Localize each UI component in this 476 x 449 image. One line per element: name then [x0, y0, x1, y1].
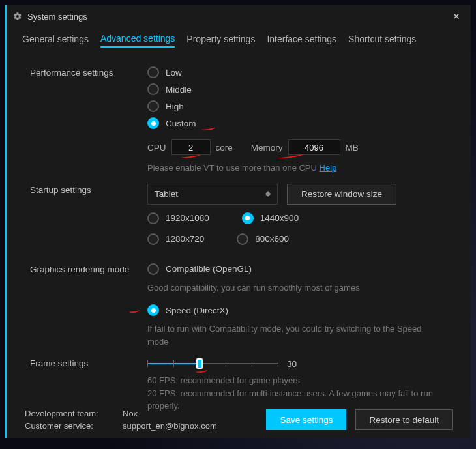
res-1920x1080[interactable]: 1920x1080: [147, 212, 209, 224]
section-startup: Startup settings Tablet Restore window s…: [30, 184, 453, 254]
res-1280x720[interactable]: 1280x720: [147, 233, 204, 245]
tab-property[interactable]: Property settings: [186, 31, 255, 47]
save-button[interactable]: Save settings: [266, 409, 346, 430]
startup-label: Startup settings: [30, 184, 147, 195]
tab-interface[interactable]: Interface settings: [267, 31, 336, 47]
close-button[interactable]: ✕: [449, 8, 464, 24]
frame-label: Frame settings: [30, 357, 147, 368]
cs-label: Customer service:: [25, 421, 123, 431]
memory-label: Memory: [251, 143, 283, 152]
res-800x600[interactable]: 800x600: [237, 233, 289, 245]
cpu-label: CPU: [147, 143, 166, 152]
section-performance: Performance settings Low Middle High Cus…: [30, 66, 453, 175]
fps-slider[interactable]: [147, 357, 278, 370]
graphics-label: Graphics rendering mode: [30, 263, 147, 274]
startup-mode-value: Tablet: [155, 189, 178, 199]
perf-radio-high[interactable]: High: [147, 100, 184, 112]
cpu-input[interactable]: [171, 139, 211, 155]
tabs: General settings Advanced settings Prope…: [7, 27, 471, 51]
graphics-compatible[interactable]: Compatible (OpenGL): [147, 263, 252, 275]
mb-label: MB: [346, 143, 359, 152]
fps-value: 30: [287, 359, 297, 369]
tab-general[interactable]: General settings: [22, 31, 89, 47]
perf-radio-custom[interactable]: Custom: [147, 117, 196, 129]
settings-window: System settings ✕ General settings Advan…: [5, 5, 471, 438]
dev-team-value: Nox: [123, 409, 254, 418]
tab-advanced[interactable]: Advanced settings: [100, 31, 175, 48]
fps-hint-60: 60 FPS: recommended for game players: [147, 374, 453, 387]
annotation-mark: [129, 308, 140, 313]
perf-radio-low[interactable]: Low: [147, 66, 182, 78]
res-1440x900[interactable]: 1440x900: [242, 212, 299, 224]
titlebar: System settings ✕: [7, 5, 471, 27]
graphics-speed[interactable]: Speed (DirectX): [147, 304, 228, 316]
cs-value: support_en@bignox.com: [123, 421, 254, 431]
compat-hint: Good compatibility, you can run smoothly…: [147, 282, 453, 295]
perf-radio-middle[interactable]: Middle: [147, 83, 192, 95]
vt-help-link[interactable]: Help: [320, 163, 337, 173]
dev-team-label: Development team:: [25, 409, 123, 418]
gear-icon: [13, 12, 22, 21]
restore-window-size-button[interactable]: Restore window size: [287, 184, 396, 205]
chevron-updown-icon: [265, 191, 271, 197]
core-label: core: [216, 143, 233, 152]
memory-input[interactable]: [288, 139, 340, 155]
settings-body: Performance settings Low Middle High Cus…: [7, 51, 471, 428]
tab-shortcut[interactable]: Shortcut settings: [348, 31, 416, 47]
speed-hint: If fail to run with Compatibility mode, …: [147, 323, 428, 348]
window-title: System settings: [27, 12, 87, 22]
section-graphics: Graphics rendering mode Compatible (Open…: [30, 263, 453, 349]
vt-hint: Please enable VT to use more than one CP…: [147, 162, 453, 175]
footer: Development team: Nox Customer service: …: [7, 401, 471, 438]
startup-mode-select[interactable]: Tablet: [147, 184, 278, 205]
fps-slider-thumb[interactable]: [196, 358, 203, 369]
restore-default-button[interactable]: Restore to default: [355, 409, 453, 430]
performance-label: Performance settings: [30, 66, 147, 78]
